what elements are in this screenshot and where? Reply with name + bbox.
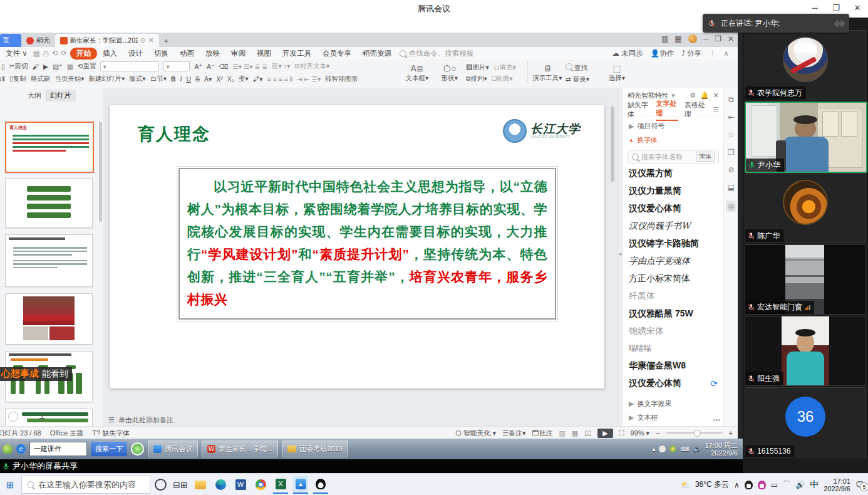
zoom-out-icon[interactable]: − [656, 429, 659, 437]
slide-thumbnail-current[interactable]: 育人理念 [5, 122, 94, 173]
taskbar-item-folder[interactable]: 团委考核2019 [282, 440, 348, 457]
view-normal-icon[interactable]: ▥ [559, 429, 566, 437]
smart-feature-icon[interactable]: ◎ [726, 201, 736, 212]
more-icon[interactable]: ⋮ [709, 49, 716, 58]
superscript-icon[interactable]: X² [216, 75, 223, 83]
font-item[interactable]: 汉仪爱心体简 [623, 200, 724, 217]
remote-search-button[interactable]: 搜索一下 [91, 442, 127, 456]
font-item[interactable]: 锦绣宋体 [623, 323, 724, 340]
new-slide-button[interactable]: 新建幻灯片▾ [89, 75, 125, 83]
strike-icon[interactable]: S [195, 75, 200, 83]
align-icons[interactable]: ≡ ≡ ≡ ≡ ⫴ [267, 75, 292, 83]
bell-icon[interactable]: 🔔 [700, 91, 709, 100]
subscript-icon[interactable]: X₂ [227, 75, 234, 83]
slide-title[interactable]: 育人理念 [138, 123, 210, 145]
notes-button[interactable]: ☰备注▾ [502, 429, 525, 438]
font-item[interactable]: 汉仪黑方简 [623, 165, 724, 182]
tim-tray-icon[interactable] [758, 481, 766, 489]
menu-animation[interactable]: 动画 [174, 49, 200, 58]
volume-icon[interactable]: 🔊 [795, 481, 805, 489]
command-search[interactable]: 查找命令、搜索模板 [400, 49, 474, 58]
cut-button[interactable]: ✂剪切 [9, 62, 28, 71]
document-tab[interactable]: 新生家长：学院篇...20220905 ⊙ ✕ [55, 34, 159, 47]
menu-review[interactable]: 审阅 [225, 49, 251, 58]
tray-expand-icon[interactable]: ∧ [734, 481, 740, 489]
missing-font-status[interactable]: T? 缺失字体 [92, 429, 130, 438]
window-icon[interactable]: ❐ [728, 148, 735, 157]
menu-insert[interactable]: 插入 [97, 49, 123, 58]
menu-home[interactable]: 开始 [70, 48, 97, 60]
resource-icon[interactable]: ⬓ [728, 183, 735, 192]
tab-text-process[interactable]: 文字处理 [656, 99, 678, 121]
picture-button[interactable]: 🖼图片▾ [466, 63, 489, 72]
highlight-icon[interactable]: 🖍▾ [253, 75, 263, 83]
font-item[interactable]: 汉仪尚巍手书W [623, 217, 724, 235]
tray-volume-icon[interactable]: 🔊 [693, 446, 701, 452]
comment-button[interactable]: 🗔批注 [532, 429, 553, 438]
font-item[interactable]: 喵喵喵 [623, 340, 724, 357]
file-explorer-icon[interactable] [193, 476, 208, 493]
participant-tile[interactable]: 阳生强 [745, 316, 866, 386]
textbox-button[interactable]: A≣文本框▾ [401, 61, 433, 86]
menu-slideshow[interactable]: 放映 [200, 49, 225, 58]
fit-icon[interactable]: ⛶ [619, 429, 624, 437]
battery-icon[interactable]: ▭ [771, 481, 778, 489]
slide-thumbnail[interactable] [5, 178, 93, 228]
panel-close-icon[interactable]: ✕ [713, 91, 719, 100]
slide-thumbnail[interactable] [5, 234, 93, 287]
zoom-slider[interactable] [666, 432, 723, 434]
play-slideshow-button[interactable]: ▶ [597, 429, 612, 438]
tray-expand-icon[interactable]: ▴ [652, 446, 655, 452]
menu-view[interactable]: 视图 [251, 49, 277, 58]
sync-status[interactable]: ☁ 未同步 [612, 49, 643, 58]
zoom-in-icon[interactable]: + [729, 429, 733, 437]
panel-menu-icon[interactable]: ☰ [713, 106, 719, 114]
select-button[interactable]: ⬚选择▾ [601, 61, 633, 86]
wps-close-icon[interactable]: ✕ [728, 34, 734, 43]
slide-thumbnail[interactable] [5, 409, 93, 427]
find-button[interactable]: 查找 [566, 63, 601, 73]
remote-clock[interactable]: 17:00 周二2022/9/6 [705, 442, 738, 457]
collapse-ribbon-icon[interactable]: ∧ [724, 49, 729, 58]
text-effect-icon[interactable]: 变▾ [239, 75, 249, 83]
fill-button[interactable]: ◻填充▾ [494, 63, 516, 72]
notes-placeholder[interactable]: 单击此处添加备注 [118, 415, 173, 425]
jump-icon[interactable]: ⇤ [728, 113, 734, 122]
browser360-icon[interactable] [131, 442, 144, 456]
grid-view-icon[interactable]: ▦ [674, 34, 681, 43]
menu-member[interactable]: 会员专享 [317, 49, 357, 58]
weather-text[interactable]: 36°C 多云 [695, 479, 729, 490]
italic-icon[interactable]: I [180, 75, 182, 83]
wifi-icon[interactable]: ⌒ [783, 479, 790, 490]
play-icon[interactable]: ▶ [43, 63, 48, 70]
view-sorter-icon[interactable]: ▦ [572, 429, 578, 437]
font-item[interactable]: 字由点字党魂体 [623, 253, 724, 270]
taskbar-item-wps[interactable]: W新生家长：学院... [202, 440, 278, 457]
play-current-button[interactable]: 当页开始▾ [54, 75, 84, 83]
font-item[interactable]: 纤黑体 [623, 288, 724, 305]
section-change-font[interactable]: ▲换字体 [623, 131, 724, 145]
gear-icon[interactable]: ⚙ [690, 91, 696, 100]
remote-start-orb[interactable] [3, 444, 13, 454]
font-search-input[interactable]: 搜索字体名称 宋体 [628, 150, 719, 164]
thumb-scrollbar[interactable] [99, 122, 102, 222]
share-doc-icon[interactable]: ⧉ [728, 95, 734, 104]
format-painter-button[interactable]: 格式刷 [31, 75, 51, 83]
font-item-applied[interactable]: 汉仪爱心体简⟳ [623, 375, 724, 392]
new-slide-icon[interactable]: ▤⁺ [53, 63, 62, 70]
font-item[interactable]: 方正小标宋简体 [623, 270, 724, 288]
view-read-icon[interactable]: 🕮 [584, 429, 591, 437]
shape-button[interactable]: ⬡○形状▾ [433, 61, 466, 86]
beautify-button[interactable]: ⬡ 智能美化 ▾ [455, 429, 496, 438]
new-tab-button[interactable]: + [159, 34, 173, 47]
participant-tile[interactable]: 宏达智能门窗 [745, 244, 866, 315]
local-clock[interactable]: 17:012022/9/6 [824, 477, 850, 492]
replace-button[interactable]: ⇄ 替换▾ [566, 75, 601, 84]
close-icon[interactable]: ✕ [847, 0, 868, 18]
add-slide-button[interactable]: + [39, 412, 46, 425]
ime-indicator[interactable]: 中 [810, 479, 819, 491]
bullet-list-icon[interactable]: ☰▾ ☰▾ ≣ ≣ [232, 63, 267, 70]
present-tools-button[interactable]: 🖥演示工具▾ [529, 61, 566, 86]
paste-label[interactable]: 粘贴 [0, 75, 5, 83]
tab-missing-fonts[interactable]: 缺失字体 [628, 100, 649, 119]
